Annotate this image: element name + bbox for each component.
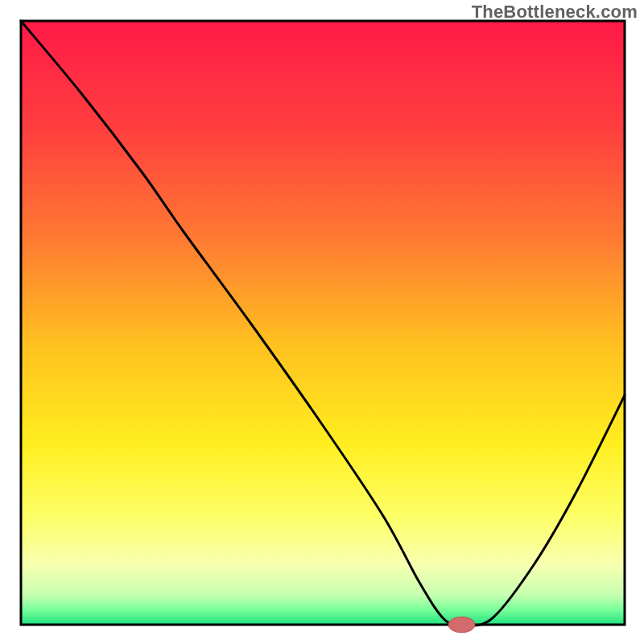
plot-background bbox=[21, 21, 625, 625]
bottleneck-chart bbox=[0, 0, 644, 644]
optimal-marker bbox=[448, 617, 475, 633]
watermark-text: TheBottleneck.com bbox=[472, 2, 638, 23]
